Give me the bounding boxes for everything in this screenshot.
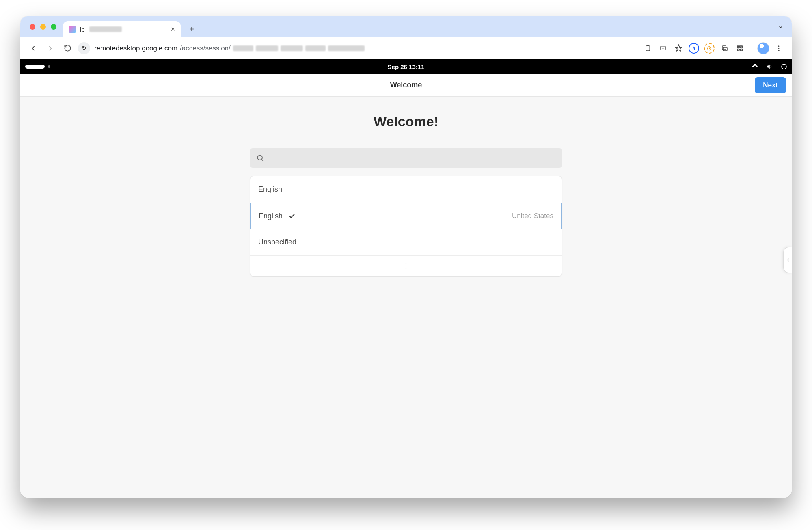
address-bar[interactable]: remotedesktop.google.com/access/session/	[77, 40, 638, 56]
svg-rect-7	[723, 47, 727, 51]
copy-icon[interactable]	[717, 41, 732, 56]
svg-point-0	[82, 46, 83, 48]
language-sublabel: United States	[512, 212, 553, 220]
browser-toolbar: remotedesktop.google.com/access/session/	[20, 37, 792, 59]
hero-title: Welcome!	[374, 114, 438, 130]
back-button[interactable]	[26, 41, 41, 56]
svg-rect-14	[754, 64, 756, 65]
svg-point-1	[85, 49, 86, 50]
forward-button[interactable]	[43, 41, 58, 56]
window-close-button[interactable]	[30, 24, 35, 30]
app-header-title: Welcome	[390, 81, 422, 89]
svg-rect-5	[693, 48, 695, 50]
more-languages-button[interactable]	[250, 256, 562, 276]
svg-point-21	[406, 268, 407, 269]
chrome-menu-button[interactable]	[771, 41, 786, 56]
search-icon	[256, 154, 264, 162]
tab-title: ip-	[80, 26, 87, 33]
setup-canvas: Welcome! English English	[20, 97, 792, 498]
volume-icon[interactable]	[766, 63, 773, 70]
reload-button[interactable]	[60, 41, 75, 56]
side-panel-handle[interactable]	[783, 247, 792, 273]
language-search[interactable]	[250, 148, 562, 168]
language-row[interactable]: Unspecified	[250, 229, 562, 256]
svg-rect-12	[752, 66, 754, 67]
language-search-input[interactable]	[269, 154, 556, 162]
language-label: Unspecified	[258, 238, 296, 247]
clipboard-icon[interactable]	[640, 41, 655, 56]
tab-close-button[interactable]: ×	[171, 25, 175, 34]
language-label: English	[259, 212, 283, 221]
url-text: remotedesktop.google.com/access/session/	[94, 44, 365, 52]
svg-point-19	[406, 263, 407, 264]
language-row[interactable]: English	[250, 176, 562, 203]
browser-window: ip- × +	[20, 16, 792, 498]
tab-strip: ip- × +	[20, 16, 792, 37]
svg-line-18	[262, 160, 263, 161]
tab-favicon	[69, 26, 76, 33]
svg-point-17	[257, 155, 262, 160]
browser-tab[interactable]: ip- ×	[63, 21, 181, 37]
extension-onepassword-icon[interactable]	[687, 41, 701, 56]
svg-marker-4	[675, 45, 682, 51]
language-list: English English United States Unspecifie…	[250, 176, 562, 277]
svg-point-20	[406, 266, 407, 267]
new-tab-button[interactable]: +	[185, 22, 199, 36]
window-zoom-button[interactable]	[51, 24, 56, 30]
activities-indicator[interactable]	[25, 65, 45, 69]
bookmark-star-icon[interactable]	[671, 41, 686, 56]
toolbar-actions	[640, 41, 786, 56]
check-icon	[288, 212, 296, 220]
svg-point-11	[778, 50, 780, 51]
tabs-overflow-button[interactable]	[775, 21, 787, 33]
svg-rect-2	[646, 46, 650, 51]
redacted-text	[89, 26, 122, 32]
network-icon[interactable]	[751, 63, 758, 70]
window-minimize-button[interactable]	[40, 24, 46, 30]
svg-point-10	[778, 48, 780, 49]
language-row-selected[interactable]: English United States	[250, 203, 562, 229]
svg-point-9	[778, 45, 780, 47]
svg-rect-13	[756, 66, 758, 67]
remote-top-bar: Sep 26 13:11	[20, 59, 792, 74]
separator	[752, 43, 752, 54]
extension-clock-icon[interactable]	[702, 41, 717, 56]
window-controls	[26, 16, 63, 37]
svg-rect-8	[722, 46, 726, 50]
app-header: Welcome Next	[20, 74, 792, 97]
activities-dot	[48, 65, 50, 68]
next-button[interactable]: Next	[755, 77, 786, 93]
power-icon[interactable]	[780, 63, 788, 70]
language-label: English	[258, 185, 282, 194]
install-icon[interactable]	[656, 41, 670, 56]
site-info-button[interactable]	[78, 42, 90, 54]
clock-label[interactable]: Sep 26 13:11	[388, 63, 425, 70]
profile-avatar[interactable]	[756, 41, 771, 56]
extensions-puzzle-icon[interactable]	[733, 41, 747, 56]
